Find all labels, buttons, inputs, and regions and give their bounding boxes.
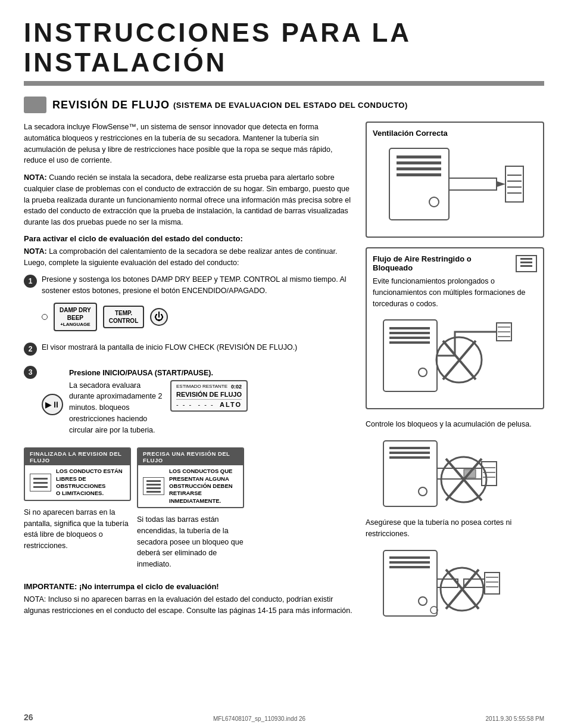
svg-rect-26	[389, 337, 430, 339]
page-footer: 26 MFL67408107_sp_110930.indd 26 2011.9.…	[24, 713, 544, 722]
result-box-2-text: LOS CONDUCTOS QUEPRESENTAN ALGUNAOBSTRUC…	[169, 468, 238, 505]
svg-rect-27	[389, 341, 430, 344]
blocked-flow-text: Evite funcionamientos prolongados o func…	[373, 276, 537, 309]
temp-control-button-mock: TEMP. CONTROL	[103, 306, 144, 328]
ventilation-correct-box: Ventilación Correcta	[366, 122, 544, 238]
blocked-flow-icon	[516, 255, 537, 272]
indicator-dot	[42, 314, 48, 320]
blocked-flow-title: Flujo de Aire Restringido o Bloqueado	[373, 254, 511, 272]
left-column: La secadora incluye FlowSense™, un siste…	[24, 122, 354, 627]
svg-rect-0	[33, 478, 48, 480]
result-box-1-icon	[30, 474, 51, 491]
right-caption-2: Asegúrese que la tubería no posea cortes…	[366, 517, 544, 540]
nota1-text: Cuando recién se instala la secadora, de…	[24, 173, 351, 226]
result-box-2-header: PRECISA UNA REVISIÓN DEL FLUJO	[138, 449, 243, 465]
step-3-content: ▶⏸ Presione INICIO/PAUSA (START/PAUSE). …	[42, 365, 354, 442]
intro-paragraph: La secadora incluye FlowSense™, un siste…	[24, 122, 354, 166]
svg-rect-24	[389, 327, 430, 329]
step-1-number: 1	[24, 275, 37, 288]
result1-detail: Si no aparecen barras en la pantalla, si…	[24, 507, 131, 552]
subheading-para: Para activar el ciclo de evaluación del …	[24, 234, 354, 243]
section-title-normal: (SISTEMA DE EVALUACION DEL ESTADO DEL CO…	[173, 101, 408, 110]
svg-rect-57	[485, 573, 500, 594]
blocked-flow-diagram	[377, 314, 532, 397]
step-2-content: El visor mostrará la pantalla de inicio …	[42, 342, 354, 359]
play-pause-button-mock: ▶⏸	[42, 394, 63, 415]
svg-rect-37	[389, 447, 430, 449]
note3-text: NOTA: Incluso si no aparecen barras en l…	[24, 594, 354, 617]
nota2-label: NOTA:	[24, 247, 47, 256]
section-header: REVISIÓN DE FLUJO (SISTEMA DE EVALUACION…	[24, 97, 544, 113]
right-column: Ventilación Correcta	[366, 122, 544, 627]
svg-rect-8	[397, 155, 441, 158]
step-1-content: Presione y sostenga los botones DAMP DRY…	[42, 274, 354, 336]
result2-detail: Si todas las barras están encendidas, la…	[137, 514, 244, 570]
display-mockup: ESTIMADO RESTANTE 0:02 REVISIÓN DE FLUJO…	[170, 380, 248, 412]
result-box-1-header: FINALIZADA LA REVISION DEL FLUJO	[25, 449, 130, 465]
section-header-bar	[24, 97, 46, 113]
result-box-2-icon	[143, 477, 164, 495]
svg-rect-25	[389, 332, 430, 334]
damp-dry-button-mock: DAMP DRY BEEP +LANGUAGE	[54, 303, 97, 331]
footer-right: 2011.9.30 5:55:58 PM	[486, 715, 544, 722]
svg-rect-51	[389, 556, 430, 559]
step-2-text: El visor mostrará la pantalla de inicio …	[42, 342, 354, 353]
svg-rect-9	[397, 161, 441, 164]
svg-rect-15	[505, 166, 523, 202]
step-3-text: Presione INICIO/PAUSA (START/PAUSE).	[69, 368, 248, 379]
svg-rect-52	[389, 561, 430, 564]
step-1-text: Presione y sostenga los botones DAMP DRY…	[42, 274, 354, 297]
page-number: 26	[24, 713, 33, 722]
display-title: REVISIÓN DE FLUJO	[176, 391, 242, 400]
svg-rect-11	[397, 173, 441, 176]
svg-rect-3	[146, 480, 161, 482]
svg-rect-13	[449, 178, 497, 190]
step-1: 1 Presione y sostenga los botones DAMP D…	[24, 274, 354, 336]
nota1-label: NOTA:	[24, 173, 47, 182]
nota2-paragraph: NOTA: La comprobación del calentamiento …	[24, 246, 354, 269]
cortes-diagram	[377, 545, 532, 622]
display-alto: ALTO	[220, 401, 242, 408]
result-box-1: FINALIZADA LA REVISION DEL FLUJO LOS CON…	[24, 447, 131, 500]
nota2-text: La comprobación del calentamiento de la …	[24, 247, 337, 267]
page-title: INSTRUCCIONES PARA LA INSTALACIÓN	[24, 18, 544, 77]
right-caption-1: Controle los bloqueos y la acumulación d…	[366, 419, 544, 430]
svg-marker-14	[497, 181, 505, 187]
svg-rect-20	[520, 258, 532, 260]
power-button-mock: ⏻	[150, 308, 168, 326]
display-time: 0:02	[231, 384, 242, 390]
step-1-buttons: DAMP DRY BEEP +LANGUAGE TEMP. CONTROL ⏻	[42, 303, 354, 331]
svg-rect-50	[383, 550, 437, 616]
display-dashes2: - - -	[198, 401, 214, 408]
svg-rect-21	[520, 262, 532, 263]
step-2-number: 2	[24, 343, 37, 356]
result-box-2: PRECISA UNA REVISIÓN DEL FLUJO LOS CON	[137, 447, 244, 508]
result-box-1-text: LOS CONDUCTO ESTÁNLIBRES DE OBSTRUCCIONE…	[56, 468, 125, 497]
important-note: IMPORTANTE: ¡No interrumpa el ciclo de e…	[24, 582, 354, 591]
svg-rect-39	[389, 456, 430, 459]
svg-rect-23	[383, 320, 437, 391]
svg-rect-10	[397, 167, 441, 170]
svg-rect-5	[146, 487, 161, 489]
svg-rect-38	[389, 452, 430, 454]
svg-rect-6	[146, 491, 161, 493]
svg-rect-22	[520, 265, 532, 267]
ventilation-correct-title: Ventilación Correcta	[373, 129, 537, 138]
svg-rect-7	[389, 148, 449, 220]
step-2: 2 El visor mostrará la pantalla de inici…	[24, 342, 354, 359]
step-3: 3 ▶⏸ Presione INICIO/PAUSA (START/PAUSE)…	[24, 365, 354, 442]
blocked-flow-box: Flujo de Aire Restringido o Bloqueado Ev…	[366, 247, 544, 409]
display-dashes: - - -	[176, 401, 192, 408]
footer-left: MFL67408107_sp_110930.indd 26	[213, 715, 305, 722]
svg-rect-53	[389, 566, 430, 568]
svg-rect-43	[482, 462, 497, 486]
title-divider	[24, 81, 544, 86]
svg-rect-1	[33, 482, 48, 484]
step-3-detail: La secadora evaluara durante aproximadam…	[69, 380, 164, 436]
ventilation-correct-diagram	[383, 142, 526, 226]
step-3-number: 3	[24, 366, 37, 379]
svg-rect-36	[383, 441, 437, 506]
section-title-bold: REVISIÓN DE FLUJO	[52, 99, 170, 111]
svg-rect-4	[146, 484, 161, 486]
pelusa-diagram	[377, 435, 532, 512]
